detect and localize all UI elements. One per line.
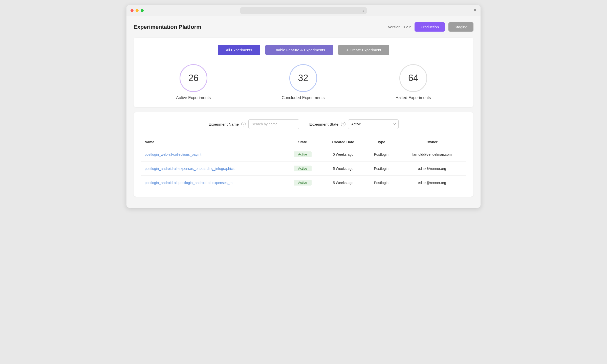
search-icon: ⌕ [362,9,364,12]
state-filter-select[interactable]: Active Concluded Halted All [348,119,399,129]
table-card: Experiment Name ? Experiment State ? Act… [134,112,473,197]
status-badge: Active [294,180,312,186]
staging-button[interactable]: Staging [448,22,473,32]
status-badge: Active [294,151,312,157]
cell-type: Postlogin [365,162,398,176]
halted-count: 64 [408,73,418,83]
cell-state: Active [284,162,322,176]
experiment-link[interactable]: postlogin_web-all-collections_paymt [145,152,201,156]
traffic-lights [131,9,144,12]
active-label: Active Experiments [176,96,211,100]
stat-active: 26 Active Experiments [176,64,211,100]
titlebar: ⌕ ≡ [126,5,481,16]
tabs-row: All Experiments Enable Feature & Experim… [141,45,466,55]
cell-state: Active [284,147,322,162]
main-content: Experimentation Platform Version: 0.2.2 … [126,16,481,208]
name-help-icon[interactable]: ? [241,122,246,126]
name-filter-label: Experiment Name [208,122,239,126]
version-label: Version: 0.2.2 [388,25,411,29]
tab-create-experiment[interactable]: + Create Experiment [338,45,389,55]
concluded-label: Concluded Experiments [282,96,325,100]
cell-name: postlogin_android-all-postlogin_android-… [141,176,284,190]
stat-concluded: 32 Concluded Experiments [282,64,325,100]
state-filter-label: Experiment State [309,122,338,126]
cell-owner: ediaz@renner.org [398,162,466,176]
state-filter-group: Experiment State ? Active Concluded Halt… [309,119,399,129]
filter-row: Experiment Name ? Experiment State ? Act… [141,119,466,129]
halted-circle: 64 [399,64,427,92]
table-header: Name State Created Date Type Owner [141,137,466,147]
menu-icon[interactable]: ≡ [473,8,476,13]
cell-created-date: 5 Weeks ago [321,176,365,190]
name-filter-group: Experiment Name ? [208,119,299,129]
stats-row: 26 Active Experiments 32 Concluded Exper… [141,64,466,100]
concluded-count: 32 [298,73,308,83]
app-header: Experimentation Platform Version: 0.2.2 … [134,22,473,32]
table-body: postlogin_web-all-collections_paymtActiv… [141,147,466,190]
cell-owner: farnold@vendelman.com [398,147,466,162]
experiment-link[interactable]: postlogin_android-all-expenses_onboardin… [145,167,234,171]
minimize-button[interactable] [136,9,139,12]
active-circle: 26 [180,64,207,92]
table-row: postlogin_android-all-expenses_onboardin… [141,162,466,176]
col-created-date: Created Date [321,137,365,147]
col-type: Type [365,137,398,147]
app-title: Experimentation Platform [134,24,201,30]
experiments-table: Name State Created Date Type Owner postl… [141,137,466,190]
header-actions: Version: 0.2.2 Production Staging [388,22,473,32]
production-button[interactable]: Production [415,22,445,32]
cell-name: postlogin_web-all-collections_paymt [141,147,284,162]
cell-created-date: 0 Weeks ago [321,147,365,162]
status-badge: Active [294,166,312,171]
cell-type: Postlogin [365,176,398,190]
name-search-input[interactable] [248,119,299,129]
maximize-button[interactable] [141,9,144,12]
cell-state: Active [284,176,322,190]
app-window: ⌕ ≡ Experimentation Platform Version: 0.… [126,5,481,208]
col-state: State [284,137,322,147]
active-count: 26 [188,73,199,83]
close-button[interactable] [131,9,134,12]
concluded-circle: 32 [289,64,317,92]
stat-halted: 64 Halted Experiments [396,64,431,100]
table-row: postlogin_android-all-postlogin_android-… [141,176,466,190]
cell-type: Postlogin [365,147,398,162]
address-bar[interactable]: ⌕ [240,7,367,14]
experiment-link[interactable]: postlogin_android-all-postlogin_android-… [145,181,235,185]
tab-enable-feature[interactable]: Enable Feature & Experiments [265,45,333,55]
stats-card: All Experiments Enable Feature & Experim… [134,38,473,107]
state-help-icon[interactable]: ? [341,122,345,126]
tab-all-experiments[interactable]: All Experiments [218,45,260,55]
col-name: Name [141,137,284,147]
cell-name: postlogin_android-all-expenses_onboardin… [141,162,284,176]
halted-label: Halted Experiments [396,96,431,100]
table-header-row: Name State Created Date Type Owner [141,137,466,147]
table-row: postlogin_web-all-collections_paymtActiv… [141,147,466,162]
cell-created-date: 5 Weeks ago [321,162,365,176]
cell-owner: ediaz@renner.org [398,176,466,190]
col-owner: Owner [398,137,466,147]
